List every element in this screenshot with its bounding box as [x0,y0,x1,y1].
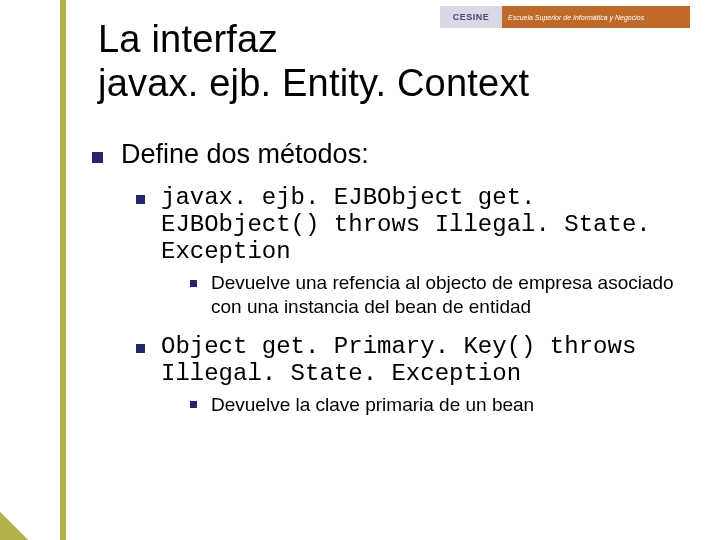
content: Define dos métodos: javax. ejb. EJBObjec… [92,139,680,416]
corner-decoration [0,512,28,540]
accent-bar [60,0,66,540]
method-signature-2: Object get. Primary. Key() throws Illega… [161,333,680,387]
bullet-level-3: Devuelve la clave primaria de un bean [190,393,680,417]
logo: CESINE Escuela Superior de Informática y… [440,6,690,28]
bullet-icon [92,152,103,163]
method-desc-1: Devuelve una refencia al objecto de empr… [211,271,680,319]
slide: CESINE Escuela Superior de Informática y… [0,0,720,540]
logo-brand: CESINE [440,6,502,28]
slide-title: La interfaz javax. ejb. Entity. Context [98,18,680,105]
title-line-2: javax. ejb. Entity. Context [98,62,529,104]
bullet-level-2: javax. ejb. EJBObject get. EJBObject() t… [136,184,680,265]
bullet-text: Define dos métodos: [121,139,680,170]
title-line-1: La interfaz [98,18,278,60]
bullet-level-1: Define dos métodos: [92,139,680,170]
logo-tagline: Escuela Superior de Informática y Negoci… [502,6,690,28]
bullet-level-3: Devuelve una refencia al objecto de empr… [190,271,680,319]
bullet-icon [190,401,197,408]
bullet-level-2: Object get. Primary. Key() throws Illega… [136,333,680,387]
bullet-icon [136,344,145,353]
method-desc-2: Devuelve la clave primaria de un bean [211,393,680,417]
method-signature-1: javax. ejb. EJBObject get. EJBObject() t… [161,184,680,265]
bullet-icon [190,280,197,287]
bullet-icon [136,195,145,204]
